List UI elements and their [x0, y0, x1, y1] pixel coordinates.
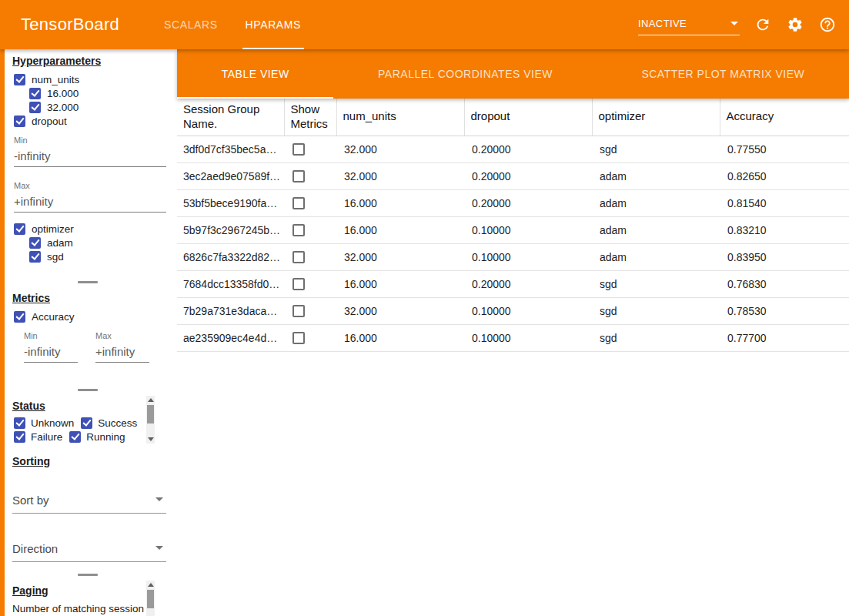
table-row: 3df0d7cf35bec5a… 32.000 0.20000 sgd 0.77… [177, 136, 849, 162]
reload-status-dropdown[interactable]: INACTIVE [638, 14, 740, 35]
metric-minmax-row: Min Max [24, 331, 171, 363]
cell-optimizer: adam [592, 216, 720, 243]
chevron-down-icon [155, 497, 163, 501]
tab-scalars[interactable]: SCALARS [150, 0, 232, 49]
table-row: 3ec2aed9e07589f… 32.000 0.20000 adam 0.8… [177, 162, 849, 189]
cell-dropout: 0.20000 [464, 270, 592, 297]
tab-parallel-coordinates-label: PARALLEL COORDINATES VIEW [378, 68, 553, 80]
chevron-down-icon [730, 22, 738, 25]
cell-dropout: 0.20000 [464, 189, 592, 216]
pane-resize-handle[interactable] [5, 277, 171, 286]
status-success-checkbox[interactable] [81, 417, 92, 429]
metric-max-field: Max [95, 331, 149, 363]
scroll-up-icon[interactable] [148, 398, 154, 402]
cell-optimizer: adam [592, 243, 720, 270]
show-metrics-checkbox[interactable] [292, 197, 305, 209]
tab-table-view[interactable]: TABLE VIEW [177, 49, 333, 99]
status-unknown-checkbox[interactable] [14, 417, 25, 429]
sorting-heading: Sorting [12, 454, 163, 468]
dropout-label: dropout [32, 116, 67, 127]
hparam-dropout-row: dropout [5, 114, 171, 128]
status-running-checkbox[interactable] [69, 431, 81, 443]
num-units-checkbox[interactable] [14, 74, 25, 85]
optimizer-checkbox[interactable] [14, 223, 25, 235]
pane-resize-handle[interactable] [5, 570, 171, 579]
status-failure-label: Failure [31, 431, 62, 443]
plugin-tabs: SCALARS HPARAMS [150, 0, 315, 49]
num-units-16-checkbox[interactable] [29, 88, 41, 99]
metric-max-input[interactable] [95, 341, 149, 363]
cell-accuracy: 0.78530 [720, 297, 849, 324]
session-group-name: ae235909ec4e4d… [177, 324, 284, 351]
pane-resize-handle[interactable] [5, 385, 171, 394]
cell-dropout: 0.20000 [464, 136, 592, 162]
cell-dropout: 0.10000 [464, 243, 592, 270]
status-failure-checkbox[interactable] [14, 431, 25, 443]
sort-by-select[interactable]: Sort by [12, 488, 166, 514]
hparam-num-units-row: num_units [5, 72, 171, 86]
metric-min-input[interactable] [24, 341, 78, 363]
settings-icon[interactable] [786, 15, 804, 34]
col-header-accuracy: Accuracy [720, 99, 849, 136]
tab-hparams[interactable]: HPARAMS [232, 0, 315, 49]
optimizer-label: optimizer [32, 223, 74, 235]
chevron-down-icon [155, 546, 163, 550]
hparam-optimizer-sgd-row: sgd [5, 249, 171, 263]
hparam-num-units-16-row: 16.000 [5, 86, 171, 100]
session-group-name: 6826c7fa3322d82… [177, 243, 284, 270]
hparam-num-units-32-row: 32.000 [5, 100, 171, 114]
optimizer-sgd-checkbox[interactable] [29, 251, 41, 263]
cell-accuracy: 0.76830 [720, 270, 849, 297]
accuracy-checkbox[interactable] [14, 311, 25, 323]
status-failure-item: Failure [14, 430, 62, 444]
pane-sorting: Sorting Sort by Direction [5, 450, 171, 570]
show-metrics-checkbox[interactable] [292, 278, 305, 290]
show-metrics-checkbox[interactable] [292, 251, 305, 263]
col-header-dropout: dropout [464, 99, 592, 136]
optimizer-sgd-label: sgd [47, 251, 64, 263]
tab-parallel-coordinates-view[interactable]: PARALLEL COORDINATES VIEW [333, 49, 597, 99]
hparam-optimizer-adam-row: adam [5, 236, 171, 249]
dropout-min-input[interactable] [14, 146, 166, 167]
matching-groups-summary: Number of matching session groups: 8 [12, 602, 145, 616]
session-groups-table-container: Session Group Name. Show Metrics num_uni… [177, 99, 849, 616]
tab-hparams-label: HPARAMS [246, 18, 301, 31]
status-heading: Status [12, 399, 163, 413]
paging-scrollbar[interactable] [146, 581, 155, 616]
table-row: 7b29a731e3daca… 32.000 0.10000 sgd 0.785… [177, 297, 849, 324]
scroll-thumb[interactable] [147, 590, 154, 608]
session-group-name: 3ec2aed9e07589f… [177, 162, 284, 189]
tab-scatter-plot-matrix-view[interactable]: SCATTER PLOT MATRIX VIEW [597, 49, 849, 99]
pane-status: Status Unknown Success Failure [5, 394, 171, 450]
status-options: Unknown Success Failure Running [14, 416, 151, 444]
dropout-checkbox[interactable] [14, 116, 25, 127]
direction-select[interactable]: Direction [12, 537, 166, 562]
show-metrics-checkbox[interactable] [292, 143, 305, 156]
scroll-thumb[interactable] [147, 405, 154, 424]
metric-min-label: Min [24, 331, 78, 341]
cell-dropout: 0.10000 [464, 216, 592, 243]
show-metrics-checkbox[interactable] [292, 332, 305, 344]
hparam-optimizer-row: optimizer [5, 222, 171, 236]
show-metrics-checkbox[interactable] [292, 170, 305, 182]
pane-metrics: Metrics Accuracy Min Max [5, 286, 171, 385]
table-row: ae235909ec4e4d… 16.000 0.10000 sgd 0.777… [177, 324, 849, 351]
dropout-max-field: Max [14, 181, 162, 213]
cell-optimizer: adam [592, 162, 720, 189]
optimizer-adam-checkbox[interactable] [29, 237, 41, 249]
scroll-up-icon[interactable] [148, 583, 154, 587]
num-units-32-checkbox[interactable] [29, 102, 41, 113]
session-group-name: 53bf5bece9190fa… [177, 189, 284, 216]
table-header-row: Session Group Name. Show Metrics num_uni… [177, 99, 849, 136]
scroll-down-icon[interactable] [148, 437, 154, 441]
cell-num-units: 32.000 [336, 162, 464, 189]
paging-heading: Paging [12, 584, 163, 598]
cell-num-units: 16.000 [336, 270, 464, 297]
dropout-max-input[interactable] [14, 191, 166, 213]
show-metrics-checkbox[interactable] [292, 305, 305, 317]
help-icon[interactable] [818, 15, 837, 34]
refresh-icon[interactable] [754, 15, 772, 34]
resize-grip [78, 389, 98, 391]
status-scrollbar[interactable] [146, 396, 155, 444]
show-metrics-checkbox[interactable] [292, 224, 305, 236]
